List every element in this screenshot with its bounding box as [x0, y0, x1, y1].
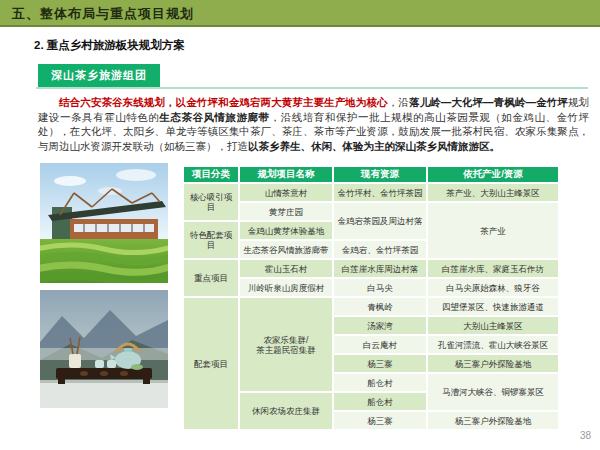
table-cell: 白云庵村 [333, 335, 427, 354]
table-cell: 休闲农场农庄集群 [239, 392, 333, 430]
column-header: 依托产业/资源 [427, 166, 559, 183]
table-cell: 船仓村 [333, 392, 427, 411]
table-cell: 重点项目 [183, 259, 239, 297]
table-header-row: 项目分类规划项目名称现有资源依托产业/资源 [183, 166, 559, 183]
description-paragraph: 结合六安茶谷东线规划，以金竹坪和金鸡宕两大黄芽主要生产地为核心，沿落儿岭—大化坪… [38, 95, 589, 153]
table-row: 核心吸引项目山情茶意村金竹坪村、金竹坪茶园茶产业、大别山主峰景区 [183, 183, 559, 202]
column-header: 现有资源 [333, 166, 427, 183]
paragraph-corridor-bold: 生态茶谷风情旅游廊带 [159, 111, 269, 123]
paragraph-mid1: ，沿 [388, 96, 409, 108]
table-row: 重点项目霍山玉石村白莲崖水库周边村落白莲崖水库、家庭玉石作坊 [183, 259, 559, 278]
table-cell: 青枫岭 [333, 297, 427, 316]
table-cell: 核心吸引项目 [183, 183, 239, 221]
slide-title: 五、整体布局与重点项目规划 [0, 0, 600, 23]
table-cell: 大别山主峰景区 [427, 316, 559, 335]
table-cell: 农家乐集群/ 茶主题民宿集群 [239, 297, 333, 392]
table-cell: 杨三寨 [333, 354, 427, 373]
table-cell: 白马尖 [333, 278, 427, 297]
table-cell: 金鸡宕、金竹坪茶园 [333, 240, 427, 259]
table-row: 配套项目农家乐集群/ 茶主题民宿集群青枫岭四望堡景区、快速旅游通道 [183, 297, 559, 316]
table-cell: 杨三寨户外探险基地 [427, 411, 559, 430]
table-cell: 汤家湾 [333, 316, 427, 335]
page-number: 38 [580, 430, 591, 441]
tea-plantation-building-photo [40, 163, 168, 283]
table-cell: 茶产业、大别山主峰景区 [427, 183, 559, 202]
table-cell: 杨三寨户外探险基地 [427, 354, 559, 373]
paragraph-lead-red: 结合六安茶谷东线规划，以金竹坪和金鸡宕两大黄芽主要生产地为核心 [59, 96, 388, 108]
slide-subtitle: 2. 重点乡村旅游板块规划方案 [34, 38, 185, 53]
column-header: 规划项目名称 [239, 166, 333, 183]
table-cell: 配套项目 [183, 297, 239, 430]
table-row: 黄芽庄园金鸡宕茶园及周边村落茶产业 [183, 202, 559, 221]
table-cell: 金鸡宕茶园及周边村落 [333, 202, 427, 240]
table-cell: 金竹坪村、金竹坪茶园 [333, 183, 427, 202]
paragraph-route-bold: 落儿岭—大化坪—青枫岭—金竹坪 [409, 96, 568, 108]
tea-set-mountain-photo [40, 290, 168, 408]
table-cell: 霍山玉石村 [239, 259, 333, 278]
table-cell: 船仓村 [333, 373, 427, 392]
table-cell: 山情茶意村 [239, 183, 333, 202]
table-cell: 白莲崖水库周边村落 [333, 259, 427, 278]
paragraph-tail-bold: 以茶乡养生、休闲、体验为主的深山茶乡风情旅游区。 [248, 140, 500, 152]
table-cell: 生态茶谷风情旅游廊带 [239, 240, 333, 259]
section-label: 深山茶乡旅游组团 [38, 64, 160, 87]
table-cell: 白马尖原始森林、狼牙谷 [427, 278, 559, 297]
table-row: 川岭听泉山房度假村白马尖白马尖原始森林、狼牙谷 [183, 278, 559, 297]
column-header: 项目分类 [183, 166, 239, 183]
slide-header-bar: 五、整体布局与重点项目规划 [0, 0, 600, 27]
table-cell: 马漕河大峡谷、铜锣寨景区 [427, 373, 559, 411]
table-cell: 茶产业 [427, 202, 559, 259]
table-cell: 四望堡景区、快速旅游通道 [427, 297, 559, 316]
table-cell: 金鸡山黄芽体验基地 [239, 221, 333, 240]
section-underline-divider [36, 87, 588, 89]
planning-table: 项目分类规划项目名称现有资源依托产业/资源 核心吸引项目山情茶意村金竹坪村、金竹… [182, 165, 560, 431]
table-cell: 川岭听泉山房度假村 [239, 278, 333, 297]
table-cell: 黄芽庄园 [239, 202, 333, 221]
table-cell: 特色配套项目 [183, 221, 239, 259]
table-cell: 孔雀河漂流、霍山大峡谷景区 [427, 335, 559, 354]
table-cell: 白莲崖水库、家庭玉石作坊 [427, 259, 559, 278]
table-cell: 杨三寨 [333, 411, 427, 430]
